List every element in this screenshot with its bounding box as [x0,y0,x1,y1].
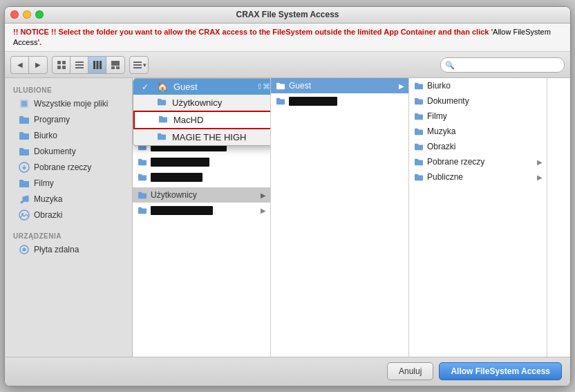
sidebar-item-programs[interactable]: Programy [8,112,129,127]
col3-obrazki[interactable]: Obrazki [409,139,547,154]
programs-icon [19,114,30,125]
dropdown-macintosh-label: MAGIE THE HIGH [172,132,246,142]
col3-pobrane-arrow: ▶ [537,158,543,166]
col3-pobrane[interactable]: Pobrane rzeczy ▶ [409,154,547,169]
close-button[interactable] [10,10,19,19]
list-view-button[interactable] [70,57,88,73]
minimize-button[interactable] [23,10,31,19]
back-button[interactable]: ◀ [11,57,29,73]
view-buttons [52,56,125,74]
sidebar-item-desktop[interactable]: Biurko [8,128,129,143]
col1-item-last[interactable]: ▶ [133,203,270,218]
remote-disk-icon [19,244,30,255]
sidebar-item-music[interactable]: Muzyka [8,192,129,207]
col1-folder-icon-6 [137,156,148,167]
svg-rect-3 [62,66,66,69]
dropdown-item-machd[interactable]: MacHD [133,111,271,129]
sidebar-item-downloads-label: Pobrane rzeczy [34,162,91,172]
arrangement-group: ▾ [129,56,149,74]
column-1: ▶ [133,78,271,356]
column-2: Guest ▶ [271,78,409,356]
dropdown-guest-shortcut: ⇧⌘H [256,82,271,91]
svg-rect-11 [111,66,115,69]
maximize-button[interactable] [35,10,44,19]
column-3: Biurko Dokumenty Filmy [409,78,547,356]
movies-icon [19,178,30,189]
dropdown-machd-label: MacHD [173,115,203,125]
col3-dokumenty-label: Dokumenty [427,96,469,106]
col3-biurko-label: Biurko [427,81,451,91]
col3-publiczne[interactable]: Publiczne ▶ [409,169,547,185]
sidebar-item-all-files[interactable]: Wszystkie moje pliki [8,96,129,111]
sidebar-item-desktop-label: Biurko [34,131,57,140]
col1-item-7[interactable] [133,169,270,185]
sidebar-item-documents-label: Dokumenty [34,147,76,156]
search-icon: 🔍 [445,60,455,69]
sidebar-item-documents[interactable]: Dokumenty [8,144,129,159]
col1-uzytkownicy-label: Użytkownicy [151,190,197,200]
svg-point-18 [26,200,29,203]
col2-guest-item[interactable]: Guest ▶ [271,78,408,93]
arrangement-button[interactable]: ▾ [130,57,148,73]
sidebar-item-remote-disk[interactable]: Płyta zdalna [8,242,129,257]
col3-dokumenty-icon [413,95,424,106]
col1-item-6[interactable] [133,154,270,169]
window-title: CRAX File System Access [236,10,339,19]
documents-icon [19,146,30,157]
toolbar: ◀ ▶ [5,52,570,78]
sidebar-item-movies[interactable]: Filmy [8,176,129,191]
dropdown-item-guest[interactable]: ✓ 🏠 Guest ⇧⌘H [133,79,271,95]
main-area: ULUBIONE Wszystkie moje pliki Programy B… [5,78,570,356]
svg-point-19 [19,210,29,220]
col2-guest-label: Guest [289,81,311,91]
bottom-bar: Anuluj Allow FileSystem Access [5,357,570,386]
all-files-icon [19,98,30,109]
svg-rect-13 [133,62,142,63]
svg-rect-15 [133,67,142,68]
col3-pobrane-icon [413,156,424,167]
cover-flow-button[interactable] [106,57,124,73]
dropdown-item-uzytkownicy[interactable]: Użytkownicy [133,95,271,111]
dropdown-check-guest: ✓ [142,82,151,92]
column-view-button[interactable] [88,57,106,73]
col3-obrazki-icon [413,141,424,152]
location-dropdown: ✓ 🏠 Guest ⇧⌘H Użytkownicy [133,78,271,146]
search-wrapper: 🔍 [440,57,565,73]
sidebar: ULUBIONE Wszystkie moje pliki Programy B… [5,78,133,356]
col3-biurko[interactable]: Biurko [409,78,547,93]
allow-filesystem-button[interactable]: Allow FileSystem Access [439,362,562,380]
sidebar-item-downloads[interactable]: Pobrane rzeczy [8,160,129,175]
guest-house-icon: 🏠 [157,82,168,92]
col3-filmy-label: Filmy [427,111,447,121]
notice-text: !! NOTICE !! Select the folder you want … [13,28,551,46]
col1-uzytkownicy-arrow: ▶ [261,192,266,199]
col3-filmy[interactable]: Filmy [409,109,547,124]
forward-button[interactable]: ▶ [29,57,47,73]
svg-point-17 [21,201,23,204]
svg-rect-7 [93,61,95,69]
col1-item-last-arrow: ▶ [261,207,266,214]
pictures-icon [19,209,30,221]
col3-muzyka-label: Muzyka [427,127,455,136]
sidebar-item-pictures[interactable]: Obrazki [8,207,129,223]
col1-uzytkownicy[interactable]: Użytkownicy ▶ [133,187,270,203]
sidebar-item-all-files-label: Wszystkie moje pliki [34,99,108,109]
col3-publiczne-arrow: ▶ [537,174,543,181]
col2-folder-icon-2 [275,95,286,106]
col3-dokumenty[interactable]: Dokumenty [409,93,547,109]
col2-item-2[interactable] [271,93,408,109]
notice-link-text: Allow FileSystem Access [13,28,551,46]
svg-rect-8 [96,61,98,69]
uzytkownicy-folder-icon [157,97,167,108]
col2-guest-icon [275,80,286,91]
dropdown-item-macintosh[interactable]: MAGIE THE HIGH [133,129,271,145]
desktop-icon [19,130,30,141]
col3-muzyka[interactable]: Muzyka [409,124,547,139]
favorites-section-title: ULUBIONE [5,82,132,95]
devices-section-title: URZĄDZENIA [5,228,132,241]
icon-view-button[interactable] [53,57,70,73]
cancel-button[interactable]: Anuluj [387,362,433,380]
svg-rect-10 [111,61,120,66]
search-input[interactable] [440,57,565,73]
col2-guest-arrow: ▶ [399,82,404,90]
